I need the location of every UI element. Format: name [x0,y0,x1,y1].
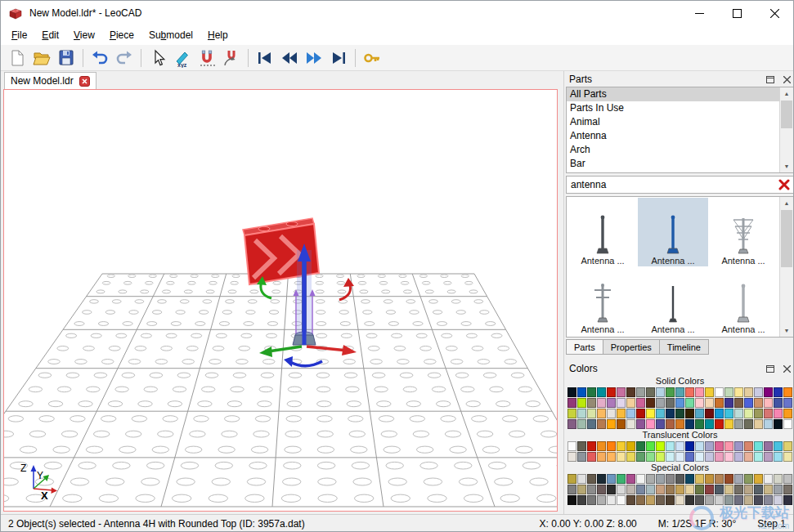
dock-tab-properties[interactable]: Properties [603,339,660,355]
color-swatch[interactable] [705,387,714,397]
color-swatch[interactable] [783,398,792,408]
color-swatch[interactable] [587,441,596,451]
color-swatch[interactable] [705,441,714,451]
color-swatch[interactable] [607,452,616,462]
color-swatch[interactable] [567,419,576,429]
snap-angle-button[interactable] [219,47,244,69]
category-bar[interactable]: Bar [567,157,793,171]
color-swatch[interactable] [774,485,783,494]
menu-edit[interactable]: Edit [34,27,66,43]
color-swatch[interactable] [656,409,665,418]
color-swatch[interactable] [724,387,733,397]
color-swatch[interactable] [597,495,606,505]
last-step-button[interactable] [326,47,351,69]
color-swatch[interactable] [754,441,763,451]
color-swatch[interactable] [567,409,576,418]
color-swatch[interactable] [607,495,616,505]
color-swatch[interactable] [597,409,606,418]
color-swatch[interactable] [774,474,783,484]
color-swatch[interactable] [656,419,665,429]
color-swatch[interactable] [744,398,753,408]
color-swatch[interactable] [695,485,704,494]
color-swatch[interactable] [705,474,714,484]
color-swatch[interactable] [774,452,783,462]
color-swatch[interactable] [626,485,635,494]
color-swatch[interactable] [783,474,792,484]
color-swatch[interactable] [666,495,675,505]
color-swatch[interactable] [744,485,753,494]
next-step-button[interactable] [302,47,326,69]
color-swatch[interactable] [685,398,694,408]
color-swatch[interactable] [783,387,792,397]
save-model-button[interactable] [54,47,79,69]
color-swatch[interactable] [685,452,694,462]
menu-submodel[interactable]: Submodel [141,27,200,43]
color-swatch[interactable] [636,409,645,418]
color-swatch[interactable] [626,409,635,418]
color-swatch[interactable] [783,419,792,429]
color-swatch[interactable] [724,419,733,429]
color-swatch[interactable] [783,485,792,494]
dock-tab-parts[interactable]: Parts [566,339,603,355]
color-swatch[interactable] [656,474,665,484]
colors-dock-close-button[interactable] [781,363,792,374]
color-swatch[interactable] [626,495,635,505]
color-swatch[interactable] [646,474,655,484]
color-swatch[interactable] [675,495,684,505]
lock-key-button[interactable] [360,47,384,69]
color-swatch[interactable] [764,452,773,462]
category-arch[interactable]: Arch [567,143,793,157]
dock-tab-timeline[interactable]: Timeline [660,339,709,355]
colors-dock-float-button[interactable] [765,363,776,374]
color-swatch[interactable] [734,495,743,505]
color-swatch[interactable] [636,452,645,462]
color-swatch[interactable] [705,409,714,418]
snap-move-button[interactable] [195,47,219,69]
redo-button[interactable] [112,47,137,69]
color-swatch[interactable] [577,452,586,462]
color-swatch[interactable] [597,452,606,462]
part-item-3[interactable]: Antenna ... [567,266,638,335]
color-swatch[interactable] [656,485,665,494]
color-swatch[interactable] [715,495,724,505]
color-swatch[interactable] [744,474,753,484]
scroll-up-icon[interactable]: ▲ [780,197,793,209]
color-swatch[interactable] [646,409,655,418]
color-swatch[interactable] [597,398,606,408]
color-swatch[interactable] [587,485,596,494]
menu-view[interactable]: View [66,27,102,43]
color-swatch[interactable] [715,474,724,484]
scroll-down-icon[interactable]: ▼ [780,324,793,337]
color-swatch[interactable] [577,409,586,418]
color-swatch[interactable] [675,409,684,418]
color-swatch[interactable] [695,409,704,418]
color-swatch[interactable] [764,485,773,494]
color-swatch[interactable] [636,485,645,494]
first-step-button[interactable] [253,47,277,69]
color-swatch[interactable] [734,441,743,451]
part-item-2[interactable]: Antenna ... [708,198,778,266]
color-swatch[interactable] [744,409,753,418]
color-swatch[interactable] [656,495,665,505]
parts-dock-float-button[interactable] [765,74,776,85]
maximize-button[interactable] [718,1,756,25]
color-swatch[interactable] [567,387,576,397]
color-swatch[interactable] [783,441,792,451]
select-tool-button[interactable] [146,47,170,69]
color-swatch[interactable] [577,485,586,494]
menu-piece[interactable]: Piece [102,27,141,43]
color-swatch[interactable] [744,452,753,462]
color-swatch[interactable] [695,495,704,505]
color-swatch[interactable] [685,409,694,418]
color-swatch[interactable] [764,419,773,429]
color-swatch[interactable] [724,485,733,494]
color-swatch[interactable] [705,485,714,494]
color-swatch[interactable] [695,419,704,429]
color-swatch[interactable] [764,474,773,484]
color-swatch[interactable] [607,387,616,397]
parts-search-input[interactable] [567,179,775,190]
scroll-down-icon[interactable]: ▼ [780,160,793,172]
color-swatch[interactable] [666,419,675,429]
category-antenna[interactable]: Antenna [567,129,793,143]
color-swatch[interactable] [724,398,733,408]
